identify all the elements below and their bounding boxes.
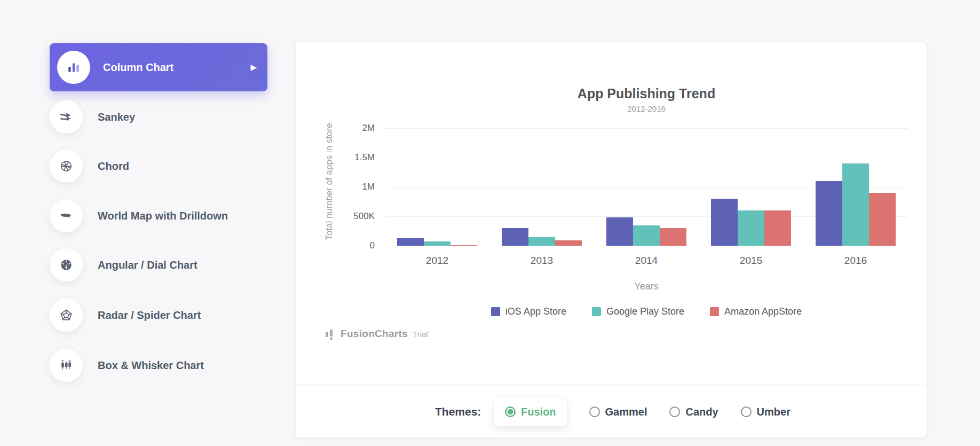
sidebar-item-label: Radar / Spider Chart [98,309,201,322]
legend-swatch-icon [491,307,500,316]
chart-legend: iOS App Store Google Play Store Amazon A… [385,306,908,317]
chart-subtitle: 2012-2016 [385,104,908,113]
fusioncharts-logo-icon [325,327,336,340]
y-tick-label: 500K [328,211,375,222]
radar-spider-icon [50,299,83,332]
sidebar-item-column-chart[interactable]: Column Chart ▶ [50,43,267,91]
theme-radio-gammel[interactable]: Gammel [589,406,647,418]
bar-2014-ios-app-store[interactable] [606,217,633,246]
theme-radio-umber[interactable]: Umber [741,406,791,418]
sidebar-item-label: Box & Whisker Chart [98,359,204,372]
theme-radio-candy[interactable]: Candy [669,406,718,418]
bar-2013-google-play-store[interactable] [528,237,555,246]
sidebar-item-label: Column Chart [103,61,173,74]
bar-2012-google-play-store[interactable] [424,241,451,246]
sidebar-item-world-map[interactable]: World Map with Drilldown [50,199,267,232]
sidebar-item-radar-spider[interactable]: Radar / Spider Chart [50,299,267,332]
box-whisker-icon [50,349,83,382]
themes-label: Themes: [435,393,481,431]
sidebar-item-sankey[interactable]: Sankey [50,100,267,134]
legend-item-amazon[interactable]: Amazon AppStore [710,306,802,317]
sankey-icon [50,100,83,134]
sidebar-item-label: World Map with Drilldown [98,210,228,222]
x-axis-title: Years [385,281,908,292]
card-divider [296,385,927,385]
bar-2015-amazon-appstore[interactable] [764,210,791,246]
x-axis-label: 2016 [803,255,908,267]
bar-group-2013 [489,128,594,246]
chord-icon [50,150,83,183]
y-tick-label: 1M [328,182,375,192]
theme-radio-fusion[interactable]: Fusion [494,398,567,426]
plot-area [385,128,908,246]
sidebar-item-angular-dial[interactable]: Angular / Dial Chart [50,248,267,281]
sidebar-item-label: Chord [98,160,129,173]
y-axis-tick-labels: 0500K1M1.5M2M [328,128,375,246]
legend-label: Amazon AppStore [724,306,802,317]
radio-icon [589,406,600,417]
y-tick-label: 2M [328,123,375,134]
bar-2013-ios-app-store[interactable] [502,228,528,246]
legend-swatch-icon [592,307,601,316]
radio-selected-icon [505,406,516,417]
bar-2016-amazon-appstore[interactable] [869,193,896,246]
y-tick-label: 1.5M [328,152,375,163]
legend-swatch-icon [710,307,719,316]
radio-icon [669,406,680,417]
bar-group-2014 [594,128,699,246]
watermark-brand: FusionCharts [341,328,408,340]
bar-2016-google-play-store[interactable] [842,163,869,246]
sidebar-item-box-whisker[interactable]: Box & Whisker Chart [50,349,267,382]
bar-2015-ios-app-store[interactable] [711,199,738,246]
chart-card: App Publishing Trend 2012-2016 Total num… [295,42,927,438]
sidebar-item-chord[interactable]: Chord [50,150,267,183]
x-axis-label: 2015 [699,255,803,267]
bar-2013-amazon-appstore[interactable] [555,240,582,246]
bar-group-2016 [803,128,908,246]
x-axis-label: 2012 [385,255,489,267]
radio-icon [741,406,752,417]
bar-2012-amazon-appstore[interactable] [451,245,477,246]
bar-group-2015 [699,128,803,246]
y-tick-label: 0 [328,240,375,251]
x-axis-label: 2013 [489,255,594,267]
legend-item-ios[interactable]: iOS App Store [491,306,566,317]
sidebar-item-label: Angular / Dial Chart [98,259,197,271]
fusioncharts-trial-watermark[interactable]: FusionCharts Trial [325,327,428,340]
column-chart-icon [57,51,90,84]
x-axis-label: 2014 [594,255,699,267]
sidebar-item-label: Sankey [98,111,135,123]
legend-label: iOS App Store [505,306,566,317]
bar-group-2012 [385,128,489,246]
chevron-right-icon: ▶ [250,62,260,72]
bar-2012-ios-app-store[interactable] [397,238,424,246]
bar-2014-google-play-store[interactable] [633,225,660,246]
legend-item-google-play[interactable]: Google Play Store [592,306,684,317]
watermark-suffix: Trial [413,330,428,339]
bar-series-container [385,128,908,246]
bar-2015-google-play-store[interactable] [738,210,764,246]
legend-label: Google Play Store [606,306,684,317]
gridline [385,246,908,246]
chart-title: App Publishing Trend [385,86,908,101]
fusioncharts-demo-page: Column Chart ▶ Sankey [0,0,980,446]
x-axis-tick-labels: 20122013201420152016 [385,255,908,267]
angular-dial-icon [50,248,83,281]
theme-options: Fusion Gammel Candy Umber [494,393,791,431]
bar-2014-amazon-appstore[interactable] [660,228,686,246]
world-map-icon [50,199,83,232]
bar-2016-ios-app-store[interactable] [816,181,842,246]
